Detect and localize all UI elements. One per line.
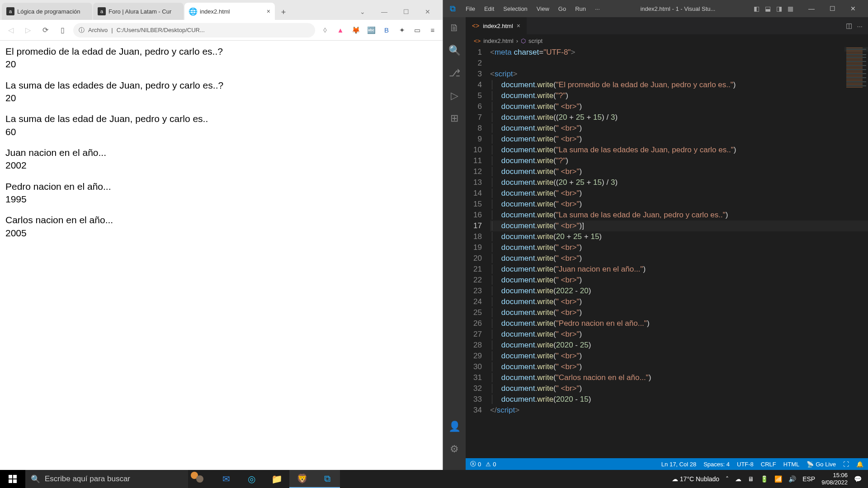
keyboard-lang[interactable]: ESP — [802, 475, 815, 483]
error-icon: ⓧ — [470, 460, 476, 468]
tray-chevron-icon[interactable]: ˄ — [726, 475, 729, 483]
menu-run[interactable]: Run — [571, 5, 590, 12]
extensions-icon[interactable]: ✦ — [396, 25, 407, 36]
menu-edit[interactable]: Edit — [481, 5, 498, 12]
menu-go[interactable]: Go — [555, 5, 570, 12]
action-center-icon[interactable]: 💬 — [854, 475, 862, 483]
statusbar: ⓧ0 ⚠0 Ln 17, Col 28 Spaces: 4 UTF-8 CRLF… — [466, 458, 868, 470]
vscode-app-icon[interactable]: ⧉ — [315, 470, 340, 488]
page-text: Carlos nacion en el año... — [5, 215, 113, 225]
onedrive-icon[interactable]: ☁ — [735, 475, 741, 483]
extensions-icon[interactable]: ⊞ — [448, 112, 461, 125]
menu-file[interactable]: File — [462, 5, 479, 12]
panel-right-icon[interactable]: ◨ — [775, 5, 783, 12]
menu-icon[interactable]: ≡ — [427, 25, 438, 36]
favicon-icon: a — [98, 7, 106, 15]
minimize-icon[interactable]: — — [801, 5, 822, 12]
favicon-icon: a — [6, 7, 14, 15]
layout-controls[interactable]: ◧ ⬓ ◨ ▦ — [752, 5, 795, 12]
cortana-circles-icon[interactable] — [188, 470, 213, 488]
warnings-item[interactable]: ⚠0 — [486, 460, 496, 468]
menu-more[interactable]: ··· — [591, 5, 604, 12]
explorer-icon[interactable]: 🗎 — [448, 22, 461, 34]
menu-selection[interactable]: Selection — [500, 5, 531, 12]
new-tab-button[interactable]: + — [276, 5, 291, 20]
battery-icon[interactable]: 🔋 — [760, 475, 768, 483]
windows-icon — [9, 475, 17, 483]
run-debug-icon[interactable]: ▷ — [448, 89, 461, 102]
forward-button[interactable]: ▷ — [22, 24, 34, 37]
tray-monitor-icon[interactable]: 🖥 — [748, 475, 754, 483]
close-tab-icon[interactable]: × — [517, 22, 520, 29]
clock-date: 9/08/2022 — [821, 479, 848, 486]
maximize-icon[interactable]: ☐ — [822, 5, 843, 12]
feedback-icon[interactable]: ⛶ — [843, 461, 849, 468]
browser-window: a Lógica de programación a Foro | Alura … — [0, 0, 443, 470]
volume-icon[interactable]: 🔊 — [788, 475, 796, 483]
code-content[interactable]: <meta charset="UTF-8"><script>│ document… — [490, 47, 868, 458]
weather-widget[interactable]: ☁ 17°C Nublado — [672, 475, 719, 483]
ext-b-icon[interactable]: B — [381, 25, 392, 36]
address-prefix: Archivo — [88, 27, 108, 33]
account-icon[interactable]: 👤 — [448, 420, 461, 433]
line-gutter: 1234567891011121314151617181920212223242… — [466, 47, 490, 458]
address-bar[interactable]: ⓘ Archivo | C:/Users/NILBER/Desktop/CUR.… — [73, 23, 315, 38]
translate-icon[interactable]: 🔤 — [366, 25, 377, 36]
close-tab-icon[interactable]: × — [267, 8, 270, 15]
cursor-position[interactable]: Ln 17, Col 28 — [661, 461, 696, 468]
metamask-icon[interactable]: 🦊 — [350, 25, 361, 36]
layout-grid-icon[interactable]: ▦ — [786, 5, 795, 12]
bookmark-button[interactable]: ▯ — [56, 24, 69, 37]
editor-tab-active[interactable]: <> index2.html × — [466, 17, 527, 34]
code-editor[interactable]: 1234567891011121314151617181920212223242… — [466, 47, 868, 458]
search-icon[interactable]: 🔍 — [448, 44, 461, 57]
panel-left-icon[interactable]: ◧ — [752, 5, 761, 12]
tab-label: Lógica de programación — [17, 8, 80, 15]
minimize-icon[interactable]: — — [377, 8, 391, 15]
edge-app-icon[interactable]: ◎ — [239, 470, 264, 488]
page-text: 2005 — [5, 228, 27, 238]
more-actions-icon[interactable]: ··· — [857, 22, 863, 30]
editor-tab-label: index2.html — [483, 23, 513, 29]
close-icon[interactable]: ✕ — [843, 5, 863, 12]
address-text: C:/Users/NILBER/Desktop/CUR... — [117, 27, 205, 33]
back-button[interactable]: ◁ — [5, 24, 17, 37]
browser-tab[interactable]: a Foro | Alura Latam - Cur — [93, 3, 184, 20]
settings-gear-icon[interactable]: ⚙ — [448, 443, 461, 455]
indent-setting[interactable]: Spaces: 4 — [703, 461, 730, 468]
page-text: La suma de las edades de Juan, pedro y c… — [5, 80, 223, 90]
panel-bottom-icon[interactable]: ⬓ — [764, 5, 772, 12]
browser-tab[interactable]: a Lógica de programación — [2, 3, 92, 20]
notifications-icon[interactable]: 🔔 — [856, 461, 863, 468]
eol[interactable]: CRLF — [761, 461, 776, 468]
dropdown-icon[interactable]: ⌄ — [356, 8, 369, 15]
browser-tab-active[interactable]: 🌐 index2.html × — [184, 3, 275, 20]
maximize-icon[interactable]: ☐ — [399, 8, 413, 15]
wallet-icon[interactable]: ▭ — [412, 25, 423, 36]
brave-shield-icon[interactable]: ◊ — [320, 25, 330, 36]
menu-view[interactable]: View — [533, 5, 553, 12]
page-text: 20 — [5, 59, 16, 69]
mail-app-icon[interactable]: ✉ — [213, 470, 239, 488]
source-control-icon[interactable]: ⎇ — [448, 67, 461, 80]
editor-tabs: <> index2.html × ◫ ··· — [466, 17, 868, 34]
breadcrumb[interactable]: <> index2.html › ⬡ script — [466, 34, 868, 47]
encoding[interactable]: UTF-8 — [737, 461, 754, 468]
taskbar-clock[interactable]: 15:06 9/08/2022 — [821, 472, 848, 486]
brave-rewards-icon[interactable]: ▲ — [335, 25, 346, 36]
start-button[interactable] — [0, 470, 25, 488]
close-window-icon[interactable]: ✕ — [421, 8, 434, 15]
wifi-icon[interactable]: 📶 — [774, 475, 782, 483]
language-mode[interactable]: HTML — [783, 461, 799, 468]
split-editor-icon[interactable]: ◫ — [846, 22, 852, 30]
minimap[interactable] — [844, 47, 868, 101]
brave-app-icon[interactable]: 🦁 — [289, 470, 315, 488]
activity-bar: 🗎 🔍 ⎇ ▷ ⊞ 👤 ⚙ — [443, 17, 466, 470]
broadcast-icon: 📡 — [807, 461, 814, 468]
errors-item[interactable]: ⓧ0 — [470, 460, 481, 468]
system-tray: ☁ 17°C Nublado ˄ ☁ 🖥 🔋 📶 🔊 ESP 15:06 9/0… — [672, 472, 868, 486]
go-live-button[interactable]: 📡Go Live — [807, 461, 836, 468]
reload-button[interactable]: ⟳ — [39, 24, 52, 37]
taskbar-search[interactable]: 🔍 Escribe aquí para buscar — [25, 470, 188, 488]
explorer-app-icon[interactable]: 📁 — [264, 470, 289, 488]
